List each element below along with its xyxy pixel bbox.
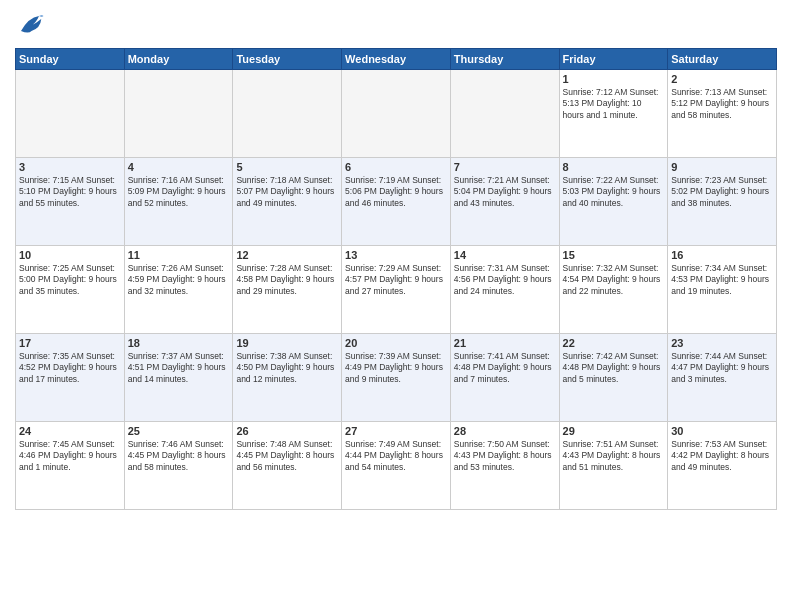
day-number: 20: [345, 337, 447, 349]
calendar-cell: 2Sunrise: 7:13 AM Sunset: 5:12 PM Daylig…: [668, 70, 777, 158]
calendar-cell: 1Sunrise: 7:12 AM Sunset: 5:13 PM Daylig…: [559, 70, 668, 158]
day-info: Sunrise: 7:48 AM Sunset: 4:45 PM Dayligh…: [236, 439, 338, 473]
calendar-week-row: 10Sunrise: 7:25 AM Sunset: 5:00 PM Dayli…: [16, 246, 777, 334]
day-info: Sunrise: 7:35 AM Sunset: 4:52 PM Dayligh…: [19, 351, 121, 385]
day-number: 11: [128, 249, 230, 261]
day-info: Sunrise: 7:26 AM Sunset: 4:59 PM Dayligh…: [128, 263, 230, 297]
calendar-header-monday: Monday: [124, 49, 233, 70]
day-number: 9: [671, 161, 773, 173]
calendar-cell: 14Sunrise: 7:31 AM Sunset: 4:56 PM Dayli…: [450, 246, 559, 334]
day-number: 16: [671, 249, 773, 261]
calendar-cell: 13Sunrise: 7:29 AM Sunset: 4:57 PM Dayli…: [342, 246, 451, 334]
calendar-cell: [233, 70, 342, 158]
calendar-cell: 25Sunrise: 7:46 AM Sunset: 4:45 PM Dayli…: [124, 422, 233, 510]
calendar-header-saturday: Saturday: [668, 49, 777, 70]
day-info: Sunrise: 7:42 AM Sunset: 4:48 PM Dayligh…: [563, 351, 665, 385]
day-info: Sunrise: 7:28 AM Sunset: 4:58 PM Dayligh…: [236, 263, 338, 297]
day-info: Sunrise: 7:29 AM Sunset: 4:57 PM Dayligh…: [345, 263, 447, 297]
day-info: Sunrise: 7:23 AM Sunset: 5:02 PM Dayligh…: [671, 175, 773, 209]
day-number: 24: [19, 425, 121, 437]
day-number: 12: [236, 249, 338, 261]
calendar-cell: 28Sunrise: 7:50 AM Sunset: 4:43 PM Dayli…: [450, 422, 559, 510]
calendar-cell: 16Sunrise: 7:34 AM Sunset: 4:53 PM Dayli…: [668, 246, 777, 334]
day-number: 13: [345, 249, 447, 261]
calendar-table: SundayMondayTuesdayWednesdayThursdayFrid…: [15, 48, 777, 510]
day-info: Sunrise: 7:21 AM Sunset: 5:04 PM Dayligh…: [454, 175, 556, 209]
calendar-cell: 8Sunrise: 7:22 AM Sunset: 5:03 PM Daylig…: [559, 158, 668, 246]
day-info: Sunrise: 7:51 AM Sunset: 4:43 PM Dayligh…: [563, 439, 665, 473]
calendar-cell: 27Sunrise: 7:49 AM Sunset: 4:44 PM Dayli…: [342, 422, 451, 510]
day-info: Sunrise: 7:12 AM Sunset: 5:13 PM Dayligh…: [563, 87, 665, 121]
header: [15, 10, 777, 40]
calendar-cell: [450, 70, 559, 158]
day-number: 19: [236, 337, 338, 349]
calendar-cell: [342, 70, 451, 158]
calendar-cell: 12Sunrise: 7:28 AM Sunset: 4:58 PM Dayli…: [233, 246, 342, 334]
calendar-header-tuesday: Tuesday: [233, 49, 342, 70]
day-number: 26: [236, 425, 338, 437]
calendar-cell: 22Sunrise: 7:42 AM Sunset: 4:48 PM Dayli…: [559, 334, 668, 422]
day-number: 22: [563, 337, 665, 349]
calendar-cell: 6Sunrise: 7:19 AM Sunset: 5:06 PM Daylig…: [342, 158, 451, 246]
day-info: Sunrise: 7:44 AM Sunset: 4:47 PM Dayligh…: [671, 351, 773, 385]
calendar-week-row: 24Sunrise: 7:45 AM Sunset: 4:46 PM Dayli…: [16, 422, 777, 510]
calendar-cell: 26Sunrise: 7:48 AM Sunset: 4:45 PM Dayli…: [233, 422, 342, 510]
calendar-cell: 15Sunrise: 7:32 AM Sunset: 4:54 PM Dayli…: [559, 246, 668, 334]
day-number: 2: [671, 73, 773, 85]
day-info: Sunrise: 7:13 AM Sunset: 5:12 PM Dayligh…: [671, 87, 773, 121]
calendar-cell: 3Sunrise: 7:15 AM Sunset: 5:10 PM Daylig…: [16, 158, 125, 246]
calendar-cell: 18Sunrise: 7:37 AM Sunset: 4:51 PM Dayli…: [124, 334, 233, 422]
day-number: 25: [128, 425, 230, 437]
day-info: Sunrise: 7:53 AM Sunset: 4:42 PM Dayligh…: [671, 439, 773, 473]
day-info: Sunrise: 7:25 AM Sunset: 5:00 PM Dayligh…: [19, 263, 121, 297]
calendar-cell: 29Sunrise: 7:51 AM Sunset: 4:43 PM Dayli…: [559, 422, 668, 510]
logo: [15, 10, 49, 40]
day-number: 4: [128, 161, 230, 173]
day-info: Sunrise: 7:46 AM Sunset: 4:45 PM Dayligh…: [128, 439, 230, 473]
page: SundayMondayTuesdayWednesdayThursdayFrid…: [0, 0, 792, 612]
day-number: 8: [563, 161, 665, 173]
day-number: 21: [454, 337, 556, 349]
day-info: Sunrise: 7:50 AM Sunset: 4:43 PM Dayligh…: [454, 439, 556, 473]
day-info: Sunrise: 7:39 AM Sunset: 4:49 PM Dayligh…: [345, 351, 447, 385]
calendar-cell: 17Sunrise: 7:35 AM Sunset: 4:52 PM Dayli…: [16, 334, 125, 422]
day-number: 7: [454, 161, 556, 173]
day-info: Sunrise: 7:45 AM Sunset: 4:46 PM Dayligh…: [19, 439, 121, 473]
calendar-cell: 23Sunrise: 7:44 AM Sunset: 4:47 PM Dayli…: [668, 334, 777, 422]
day-number: 30: [671, 425, 773, 437]
day-number: 27: [345, 425, 447, 437]
day-info: Sunrise: 7:18 AM Sunset: 5:07 PM Dayligh…: [236, 175, 338, 209]
day-info: Sunrise: 7:16 AM Sunset: 5:09 PM Dayligh…: [128, 175, 230, 209]
day-info: Sunrise: 7:34 AM Sunset: 4:53 PM Dayligh…: [671, 263, 773, 297]
day-number: 29: [563, 425, 665, 437]
day-number: 15: [563, 249, 665, 261]
day-info: Sunrise: 7:37 AM Sunset: 4:51 PM Dayligh…: [128, 351, 230, 385]
calendar-header-friday: Friday: [559, 49, 668, 70]
calendar-header-wednesday: Wednesday: [342, 49, 451, 70]
day-number: 28: [454, 425, 556, 437]
day-number: 1: [563, 73, 665, 85]
calendar-cell: 19Sunrise: 7:38 AM Sunset: 4:50 PM Dayli…: [233, 334, 342, 422]
day-number: 23: [671, 337, 773, 349]
calendar-cell: [124, 70, 233, 158]
calendar-cell: 30Sunrise: 7:53 AM Sunset: 4:42 PM Dayli…: [668, 422, 777, 510]
day-number: 18: [128, 337, 230, 349]
day-info: Sunrise: 7:19 AM Sunset: 5:06 PM Dayligh…: [345, 175, 447, 209]
day-info: Sunrise: 7:22 AM Sunset: 5:03 PM Dayligh…: [563, 175, 665, 209]
calendar-header-row: SundayMondayTuesdayWednesdayThursdayFrid…: [16, 49, 777, 70]
day-number: 14: [454, 249, 556, 261]
calendar-cell: 21Sunrise: 7:41 AM Sunset: 4:48 PM Dayli…: [450, 334, 559, 422]
day-info: Sunrise: 7:31 AM Sunset: 4:56 PM Dayligh…: [454, 263, 556, 297]
day-number: 6: [345, 161, 447, 173]
day-number: 17: [19, 337, 121, 349]
day-number: 3: [19, 161, 121, 173]
calendar-cell: 24Sunrise: 7:45 AM Sunset: 4:46 PM Dayli…: [16, 422, 125, 510]
calendar-header-thursday: Thursday: [450, 49, 559, 70]
day-number: 10: [19, 249, 121, 261]
day-info: Sunrise: 7:32 AM Sunset: 4:54 PM Dayligh…: [563, 263, 665, 297]
calendar-cell: 4Sunrise: 7:16 AM Sunset: 5:09 PM Daylig…: [124, 158, 233, 246]
calendar-week-row: 17Sunrise: 7:35 AM Sunset: 4:52 PM Dayli…: [16, 334, 777, 422]
calendar-cell: 11Sunrise: 7:26 AM Sunset: 4:59 PM Dayli…: [124, 246, 233, 334]
day-number: 5: [236, 161, 338, 173]
day-info: Sunrise: 7:41 AM Sunset: 4:48 PM Dayligh…: [454, 351, 556, 385]
